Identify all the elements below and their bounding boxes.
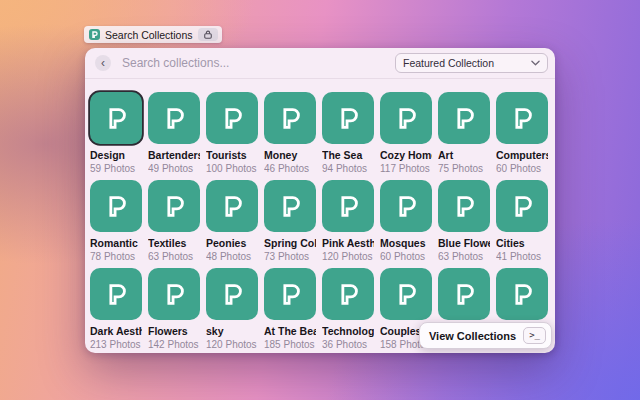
collection-thumbnail[interactable] (264, 92, 316, 144)
collection-name: Cities (496, 236, 548, 250)
collection-photo-count: 41 Photos (496, 250, 548, 263)
collection-thumbnail[interactable] (90, 268, 142, 320)
collection-photo-count: 36 Photos (322, 338, 374, 351)
pexels-logo-icon (217, 279, 247, 309)
collection-item[interactable]: Art 75 Photos (438, 92, 490, 175)
collection-thumbnail[interactable] (148, 268, 200, 320)
pexels-logo-icon (507, 191, 537, 221)
collection-name: Tourists (206, 148, 258, 162)
collection-item[interactable]: Peonies 48 Photos (206, 180, 258, 263)
collection-photo-count: 63 Photos (148, 250, 200, 263)
collection-item[interactable]: Design 59 Photos (90, 92, 142, 175)
collection-item[interactable]: Money 46 Photos (264, 92, 316, 175)
collection-name: Blue Flowers (438, 236, 490, 250)
collection-name: Money (264, 148, 316, 162)
collection-thumbnail[interactable] (206, 92, 258, 144)
collection-photo-count: 213 Photos (90, 338, 142, 351)
collection-thumbnail[interactable] (496, 92, 548, 144)
collection-photo-count: 120 Photos (206, 338, 258, 351)
collection-thumbnail[interactable] (206, 268, 258, 320)
view-collections-button[interactable]: View Collections >_ (419, 322, 552, 349)
collection-thumbnail[interactable] (148, 92, 200, 144)
collection-item[interactable]: Computers 60 Photos (496, 92, 548, 175)
collection-item[interactable]: Cozy Home 117 Photos (380, 92, 432, 175)
collection-type-dropdown[interactable]: Featured Collection (395, 53, 548, 73)
collection-thumbnail[interactable] (206, 180, 258, 232)
collection-item[interactable]: Dark Aesthe... 213 Photos (90, 268, 142, 351)
collection-thumbnail[interactable] (496, 268, 548, 320)
collection-item[interactable]: The Sea 94 Photos (322, 92, 374, 175)
collection-thumbnail[interactable] (496, 180, 548, 232)
collection-item[interactable]: Romantic 78 Photos (90, 180, 142, 263)
collection-item[interactable]: Pink Aesthe... 120 Photos (322, 180, 374, 263)
dropdown-selected-value: Featured Collection (403, 57, 494, 69)
collection-item[interactable]: Tourists 100 Photos (206, 92, 258, 175)
collection-thumbnail[interactable] (322, 180, 374, 232)
collection-name: Computers (496, 148, 548, 162)
collection-item[interactable]: At The Beach 185 Photos (264, 268, 316, 351)
collection-photo-count: 78 Photos (90, 250, 142, 263)
collection-name: Flowers (148, 324, 200, 338)
collection-item[interactable]: Cities 41 Photos (496, 180, 548, 263)
pexels-logo-icon (507, 279, 537, 309)
collection-photo-count: 48 Photos (206, 250, 258, 263)
collection-photo-count: 94 Photos (322, 162, 374, 175)
collection-photo-count: 120 Photos (322, 250, 374, 263)
pexels-logo-icon (333, 103, 363, 133)
pexels-logo-icon (275, 103, 305, 133)
collection-name: Design (90, 148, 142, 162)
collection-photo-count: 73 Photos (264, 250, 316, 263)
search-collections-window: ‹ Featured Collection Design 59 Photos B… (85, 48, 555, 353)
collection-name: Mosques (380, 236, 432, 250)
collection-photo-count: 100 Photos (206, 162, 258, 175)
collection-thumbnail[interactable] (148, 180, 200, 232)
pexels-logo-icon (101, 103, 131, 133)
collection-item[interactable]: Mosques 60 Photos (380, 180, 432, 263)
pexels-logo-icon (217, 103, 247, 133)
collections-grid: Design 59 Photos Bartenders 49 Photos To… (90, 92, 550, 351)
collection-item[interactable]: Textiles 63 Photos (148, 180, 200, 263)
collection-thumbnail[interactable] (264, 268, 316, 320)
collection-item[interactable]: Spring Colo... 73 Photos (264, 180, 316, 263)
collection-item[interactable]: Bartenders 49 Photos (148, 92, 200, 175)
back-button[interactable]: ‹ (95, 55, 111, 71)
collection-thumbnail[interactable] (322, 92, 374, 144)
collection-item[interactable]: Technology 36 Photos (322, 268, 374, 351)
search-input[interactable] (120, 55, 395, 71)
pexels-logo-icon (89, 29, 100, 40)
pexels-logo-icon (333, 191, 363, 221)
collection-thumbnail[interactable] (264, 180, 316, 232)
collection-name: Art (438, 148, 490, 162)
collection-thumbnail[interactable] (438, 92, 490, 144)
collection-thumbnail[interactable] (438, 268, 490, 320)
collection-item[interactable]: Flowers 142 Photos (148, 268, 200, 351)
collection-thumbnail[interactable] (90, 180, 142, 232)
collection-name: The Sea (322, 148, 374, 162)
collection-photo-count: 185 Photos (264, 338, 316, 351)
collection-thumbnail[interactable] (322, 268, 374, 320)
search-collections-tab[interactable]: Search Collections (84, 26, 222, 43)
chevron-down-icon (531, 60, 540, 66)
collection-item[interactable]: Blue Flowers 63 Photos (438, 180, 490, 263)
collection-photo-count: 46 Photos (264, 162, 316, 175)
collection-thumbnail[interactable] (90, 92, 142, 144)
collection-name: Cozy Home (380, 148, 432, 162)
collection-name: Textiles (148, 236, 200, 250)
collection-thumbnail[interactable] (380, 268, 432, 320)
collection-thumbnail[interactable] (438, 180, 490, 232)
pexels-logo-icon (217, 191, 247, 221)
collection-photo-count: 60 Photos (380, 250, 432, 263)
tab-title: Search Collections (105, 29, 193, 41)
pexels-logo-icon (391, 103, 421, 133)
collection-photo-count: 63 Photos (438, 250, 490, 263)
collection-thumbnail[interactable] (380, 180, 432, 232)
collection-photo-count: 49 Photos (148, 162, 200, 175)
pexels-logo-icon (507, 103, 537, 133)
collection-item[interactable]: sky 120 Photos (206, 268, 258, 351)
collection-name: sky (206, 324, 258, 338)
pexels-logo-icon (275, 279, 305, 309)
collection-thumbnail[interactable] (380, 92, 432, 144)
pexels-logo-icon (391, 279, 421, 309)
pexels-logo-icon (449, 191, 479, 221)
collection-photo-count: 59 Photos (90, 162, 142, 175)
